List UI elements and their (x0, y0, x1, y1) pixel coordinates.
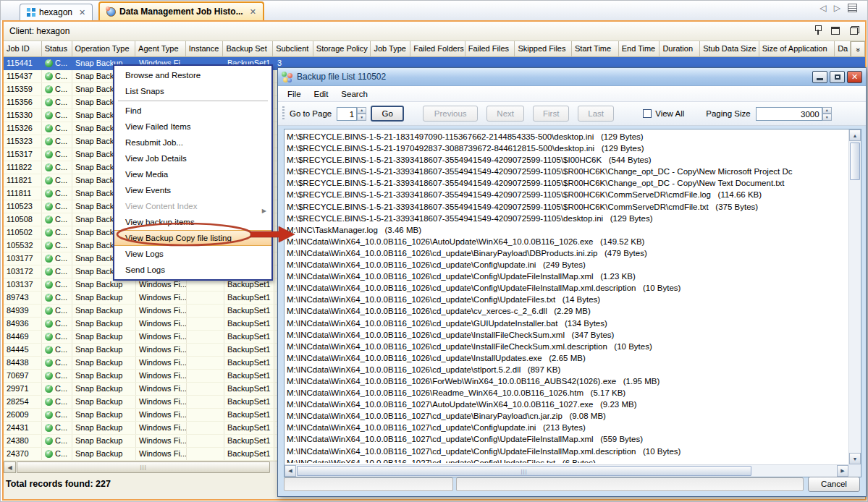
menu-item-view-content-index[interactable]: View Content Index▶ (114, 198, 271, 214)
menu-item-send-logs[interactable]: Send Logs (114, 262, 271, 278)
scroll-up-arrow-icon[interactable]: ▲ (849, 129, 861, 141)
view-all-checkbox[interactable] (643, 109, 652, 118)
vertical-scrollbar[interactable]: ▲ ▼ (848, 129, 861, 464)
tab-list-icon[interactable] (848, 4, 857, 12)
scrollbar-thumb[interactable] (297, 466, 751, 476)
file-list-item[interactable]: M:\INCdata\WinX64_10.0.0B116_1027\cd_upd… (287, 433, 846, 445)
scroll-right-arrow-icon[interactable]: ▶ (837, 465, 848, 477)
column-header-agent-type[interactable]: Agent Type (135, 41, 186, 57)
column-header-subclient[interactable]: Subclient (273, 41, 313, 57)
page-number-stepper[interactable]: ▲▼ (357, 107, 366, 121)
maximize-icon[interactable] (831, 27, 840, 35)
menu-item-browse-and-restore[interactable]: Browse and Restore (114, 67, 271, 83)
column-header-job-id[interactable]: Job ID (4, 41, 42, 57)
column-header-end-time[interactable]: End Time (619, 41, 660, 57)
menu-file[interactable]: File (281, 90, 308, 98)
file-list-item[interactable]: M:\$RECYCLE.BIN\S-1-5-21-3393418607-3554… (287, 177, 846, 189)
scroll-tabs-left-icon[interactable]: ◁ (820, 4, 827, 12)
menu-edit[interactable]: Edit (308, 90, 335, 98)
menu-item-view-failed-items[interactable]: View Failed Items (114, 119, 271, 135)
file-list-item[interactable]: M:\$RECYCLE.BIN\S-1-5-21-1831497090-1153… (287, 131, 846, 142)
column-header-da[interactable]: Da (835, 41, 851, 57)
column-header-backup-set[interactable]: Backup Set (223, 41, 273, 57)
menu-item-find[interactable]: Find (114, 103, 271, 119)
restore-button[interactable] (830, 71, 845, 83)
column-header-size-of-application[interactable]: Size of Application (759, 41, 835, 57)
scroll-down-arrow-icon[interactable]: ▼ (849, 453, 861, 464)
file-list-item[interactable]: M:\INCdata\WinX64_10.0.0B116_1026\cd_upd… (287, 305, 846, 317)
column-header-duration[interactable]: Duration (660, 41, 700, 57)
column-header-storage-policy[interactable]: Storage Policy (313, 41, 371, 57)
minimize-button[interactable] (812, 71, 827, 83)
menu-item-list-snaps[interactable]: List Snaps (114, 83, 271, 99)
tab-hexagon[interactable]: hexagon ✕ (20, 4, 93, 20)
menu-item-view-job-details[interactable]: View Job Details (114, 150, 271, 166)
file-list-item[interactable]: M:\INC\TaskManager.log (3.46 MB) (287, 224, 846, 236)
file-list-item[interactable]: M:\INCdata\WinX64_10.0.0B116_1026\cd_upd… (287, 341, 846, 352)
paging-size-stepper[interactable]: ▲▼ (822, 107, 832, 121)
more-columns-icon[interactable]: » (851, 41, 865, 57)
file-list-item[interactable]: M:\INCdata\WinX64_10.0.0B116_1026\Readme… (287, 387, 846, 399)
table-cell (187, 318, 224, 330)
file-list-item[interactable]: M:\INCdata\WinX64_10.0.0B116_1026\cd_upd… (287, 352, 846, 364)
menu-item-view-backup-copy-file-listing[interactable]: View Backup Copy file listing (114, 230, 271, 246)
file-list-item[interactable]: M:\INCdata\WinX64_10.0.0B116_1026\cd_upd… (287, 282, 846, 294)
file-list-item[interactable]: M:\$RECYCLE.BIN\S-1-5-21-3393418607-3554… (287, 201, 846, 213)
pin-icon[interactable] (814, 25, 821, 35)
menu-item-view-logs[interactable]: View Logs (114, 246, 271, 262)
paging-size-input[interactable] (756, 107, 822, 121)
column-header-failed-folders[interactable]: Failed Folders (410, 41, 465, 57)
tab-data-management-job-history[interactable]: Data Management Job Histo... ✕ (98, 1, 264, 20)
file-list-item[interactable]: M:\INCdata\WinX64_10.0.0B116_1026\cd_upd… (287, 271, 846, 282)
scrollbar-thumb[interactable] (850, 142, 860, 180)
file-list-item[interactable]: M:\INCdata\WinX64_10.0.0B116_1027\AutoUp… (287, 399, 846, 410)
column-header-instance[interactable]: Instance (186, 41, 224, 57)
go-button[interactable]: Go (371, 106, 404, 122)
file-list-item[interactable]: M:\INCdata\WinX64_10.0.0B116_1027\cd_upd… (287, 446, 846, 457)
file-list-item[interactable]: M:\$RECYCLE.BIN\S-1-5-21-3393418607-3554… (287, 213, 846, 224)
cancel-button[interactable]: Cancel (808, 477, 860, 492)
file-list-item[interactable]: M:\INCdata\WinX64_10.0.0B116_1026\cd_upd… (287, 364, 846, 375)
file-list-item[interactable]: M:\INCdata\WinX64_10.0.0B116_1027\cd_upd… (287, 422, 846, 433)
first-button[interactable]: First (533, 106, 569, 122)
file-list-item[interactable]: M:\INCdata\WinX64_10.0.0B116_1027\cd_upd… (287, 457, 846, 463)
close-icon[interactable]: ✕ (79, 8, 85, 17)
file-list-item[interactable]: M:\INCdata\WinX64_10.0.0B116_1026\ForWeb… (287, 375, 846, 387)
dialog-title-bar[interactable]: Backup file List 110502 (278, 68, 866, 86)
file-list-item[interactable]: M:\INCdata\WinX64_10.0.0B116_1026\cd_upd… (287, 247, 846, 259)
next-button[interactable]: Next (486, 106, 524, 122)
scroll-left-arrow-icon[interactable]: ◀ (4, 461, 16, 473)
file-list-item[interactable]: M:\$RECYCLE.BIN\S-1-5-21-3393418607-3554… (287, 154, 846, 166)
close-button[interactable] (847, 71, 862, 83)
scrollbar-thumb[interactable] (17, 461, 270, 473)
file-list-item[interactable]: M:\INCdata\WinX64_10.0.0B116_1026\cd_upd… (287, 318, 846, 329)
file-list-item[interactable]: M:\$RECYCLE.BIN\S-1-5-21-3393418607-3554… (287, 189, 846, 200)
file-list-item[interactable]: M:\$RECYCLE.BIN\S-1-5-21-1970492837-3088… (287, 142, 846, 154)
horizontal-scrollbar[interactable]: ◀ ▶ (285, 464, 848, 477)
page-number-input[interactable] (337, 107, 357, 121)
file-list-item[interactable]: M:\INCdata\WinX64_10.0.0B116_1027\cd_upd… (287, 410, 846, 422)
menu-item-resubmit-job-[interactable]: Resubmit Job... (114, 135, 271, 150)
column-header-stub-data-size[interactable]: Stub Data Size (700, 41, 759, 57)
file-list-item[interactable]: M:\INCdata\WinX64_10.0.0B116_1026\cd_upd… (287, 329, 846, 341)
column-header-start-time[interactable]: Start Time (572, 41, 619, 57)
column-header-status[interactable]: Status (42, 41, 72, 57)
last-button[interactable]: Last (578, 106, 614, 122)
menu-search[interactable]: Search (334, 90, 374, 98)
column-header-operation-type[interactable]: Operation Type (72, 41, 136, 57)
file-list-item[interactable]: M:\INCdata\WinX64_10.0.0B116_1026\AutoUp… (287, 236, 846, 247)
column-header-job-type[interactable]: Job Type (371, 41, 410, 57)
column-header-skipped-files[interactable]: Skipped Files (515, 41, 572, 57)
menu-item-view-events[interactable]: View Events (114, 182, 271, 198)
column-header-failed-files[interactable]: Failed Files (465, 41, 515, 57)
menu-item-view-media[interactable]: View Media (114, 166, 271, 182)
restore-icon[interactable] (850, 26, 859, 35)
previous-button[interactable]: Previous (423, 106, 478, 122)
file-list-item[interactable]: M:\INCdata\WinX64_10.0.0B116_1026\cd_upd… (287, 294, 846, 305)
scroll-left-arrow-icon[interactable]: ◀ (285, 465, 296, 477)
file-list-item[interactable]: M:\$RECYCLE.BIN\S-1-5-21-3393418607-3554… (287, 166, 846, 177)
close-icon[interactable]: ✕ (250, 7, 256, 17)
scroll-tabs-right-icon[interactable]: ▷ (834, 4, 840, 12)
file-list-item[interactable]: M:\INCdata\WinX64_10.0.0B116_1026\cd_upd… (287, 259, 846, 271)
menu-item-view-backup-items[interactable]: View backup items (114, 214, 271, 230)
